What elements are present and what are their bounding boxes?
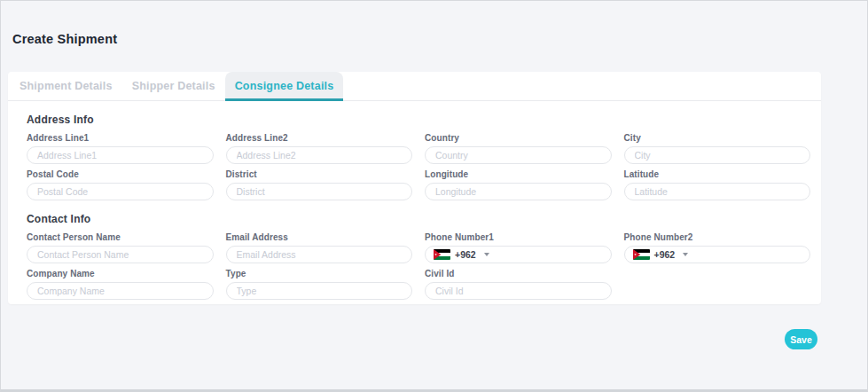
form-field: Type bbox=[226, 269, 413, 300]
phone-number1-input[interactable]: +962 bbox=[425, 246, 612, 263]
email-address-input[interactable] bbox=[226, 246, 413, 263]
jordan-flag-icon bbox=[434, 249, 450, 260]
longitude-input[interactable] bbox=[425, 183, 612, 200]
address-line2-input[interactable] bbox=[226, 146, 413, 164]
field-label: Postal Code bbox=[27, 169, 214, 179]
form-field: Longitude bbox=[425, 169, 612, 200]
field-label: Address Line1 bbox=[27, 133, 214, 143]
field-label: Email Address bbox=[226, 232, 413, 242]
district-input[interactable] bbox=[226, 183, 413, 200]
postal-code-input[interactable] bbox=[27, 183, 214, 200]
field-label: Address Line2 bbox=[226, 133, 413, 143]
field-label: Civil Id bbox=[425, 269, 612, 278]
save-button[interactable]: Save bbox=[785, 329, 817, 349]
address-info-section: Address Info Address Line1 Address Line2… bbox=[20, 114, 810, 200]
form-field: Address Line1 bbox=[27, 133, 214, 164]
phone-country-select[interactable]: +962 bbox=[633, 249, 689, 260]
form-field: Civil Id bbox=[425, 269, 612, 300]
form-field: Email Address bbox=[226, 232, 413, 263]
form-body: Address Info Address Line1 Address Line2… bbox=[8, 114, 821, 300]
field-label: Country bbox=[425, 133, 612, 143]
tab-bar: Shipment Details Shipper Details Consign… bbox=[8, 72, 821, 101]
dial-code-label: +962 bbox=[455, 249, 476, 260]
type-input[interactable] bbox=[226, 282, 413, 300]
tab-consignee-details[interactable]: Consignee Details bbox=[225, 72, 344, 100]
field-label: Phone Number2 bbox=[624, 232, 811, 242]
consignee-details-card: Shipment Details Shipper Details Consign… bbox=[8, 72, 821, 304]
field-label: District bbox=[226, 169, 413, 179]
phone-number2-input[interactable]: +962 bbox=[624, 246, 811, 263]
form-field: Company Name bbox=[27, 269, 214, 300]
field-label: Latitude bbox=[624, 169, 811, 179]
chevron-down-icon bbox=[683, 253, 688, 256]
form-field: City bbox=[624, 133, 811, 164]
city-input[interactable] bbox=[624, 146, 811, 164]
tab-shipment-details[interactable]: Shipment Details bbox=[10, 72, 122, 100]
contact-info-section: Contact Info Contact Person Name Email A… bbox=[20, 213, 810, 300]
field-label: Phone Number1 bbox=[425, 232, 612, 242]
field-label: City bbox=[624, 133, 811, 143]
create-shipment-page: Create Shipment Shipment Details Shipper… bbox=[0, 0, 868, 392]
field-label: Company Name bbox=[27, 269, 214, 278]
address-line1-input[interactable] bbox=[27, 146, 214, 164]
form-field: Phone Number1 +962 bbox=[425, 232, 612, 263]
section-heading: Address Info bbox=[27, 114, 810, 126]
section-heading: Contact Info bbox=[27, 213, 810, 225]
company-name-input[interactable] bbox=[27, 282, 214, 300]
latitude-input[interactable] bbox=[624, 183, 811, 200]
jordan-flag-icon bbox=[633, 249, 650, 260]
tab-shipper-details[interactable]: Shipper Details bbox=[122, 72, 225, 100]
form-field: Contact Person Name bbox=[27, 232, 214, 263]
contact-person-name-input[interactable] bbox=[27, 246, 214, 263]
chevron-down-icon bbox=[484, 253, 489, 256]
dial-code-label: +962 bbox=[654, 249, 676, 260]
phone-country-select[interactable]: +962 bbox=[434, 249, 489, 260]
field-label: Type bbox=[226, 269, 413, 278]
form-field: Latitude bbox=[624, 169, 811, 200]
field-label: Contact Person Name bbox=[27, 232, 214, 242]
page-title: Create Shipment bbox=[12, 32, 117, 46]
civil-id-input[interactable] bbox=[425, 282, 612, 300]
address-fields-grid: Address Line1 Address Line2 Country City… bbox=[20, 133, 810, 200]
field-label: Longitude bbox=[425, 169, 612, 179]
form-field: Postal Code bbox=[27, 169, 214, 200]
contact-fields-grid: Contact Person Name Email Address Phone … bbox=[20, 232, 810, 300]
form-field: District bbox=[226, 169, 413, 200]
form-field: Phone Number2 +962 bbox=[624, 232, 811, 263]
form-field: Country bbox=[425, 133, 612, 164]
country-input[interactable] bbox=[425, 146, 612, 164]
form-field: Address Line2 bbox=[226, 133, 413, 164]
